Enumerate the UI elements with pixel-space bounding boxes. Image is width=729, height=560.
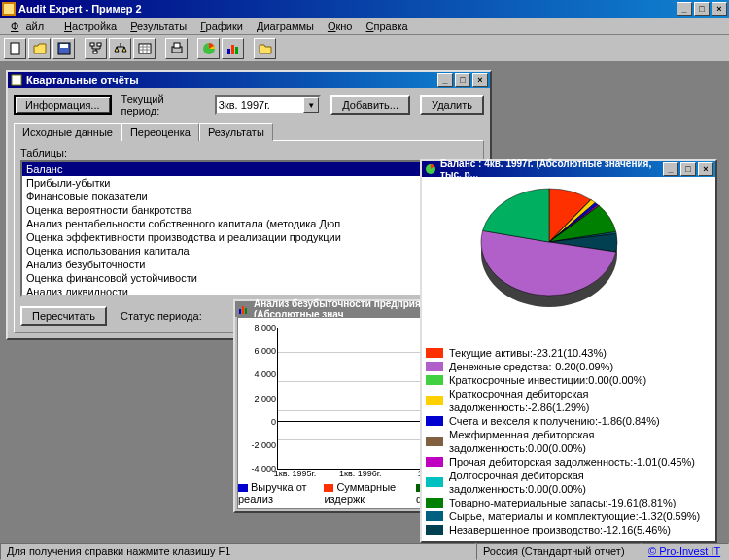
list-item[interactable]: Анализ безубыточности — [22, 258, 425, 271]
status-link[interactable]: © Pro-Invest IT — [648, 545, 720, 557]
legend-item: Незавершенное производство:-12.16(5.46%) — [426, 523, 712, 537]
tool-bar-icon[interactable] — [222, 38, 244, 59]
delete-button[interactable]: Удалить — [420, 95, 484, 115]
menu-results[interactable]: Результаты — [123, 18, 193, 34]
menu-file[interactable]: Файл — [4, 18, 57, 34]
statusbar: Для получения справки нажмите клавишу F1… — [0, 542, 729, 560]
pie-legend: Текущие активы:-23.21(10.43%)Денежные ср… — [422, 342, 715, 541]
legend-item: Прочая дебиторская задолженность:-1.01(0… — [426, 455, 712, 469]
menu-help[interactable]: Справка — [360, 18, 415, 34]
add-button[interactable]: Добавить... — [330, 95, 410, 115]
svg-rect-6 — [97, 43, 101, 46]
legend-item: Счета и векселя к получению:-1.86(0.84%) — [426, 414, 712, 428]
tables-label: Таблицы: — [20, 147, 477, 158]
mdi-area: Квартальные отчёты _ □ × Информация... Т… — [0, 62, 729, 542]
reports-minimize[interactable]: _ — [437, 73, 453, 87]
tool-tree-icon[interactable] — [85, 38, 107, 59]
tool-pie-icon[interactable] — [197, 38, 220, 59]
menu-charts[interactable]: Графики — [193, 18, 250, 34]
tool-folder-icon[interactable] — [254, 38, 276, 59]
list-item[interactable]: Оценка использования капитала — [22, 244, 425, 258]
list-item[interactable]: Анализ рентабельности собственного капит… — [22, 217, 425, 230]
app-titlebar: Audit Expert - Пример 2 _ □ × — [0, 0, 729, 18]
legend-item: Краткосрочная дебиторская задолженность:… — [426, 387, 712, 414]
list-item[interactable]: Баланс — [22, 162, 425, 176]
list-item[interactable]: Оценка вероятности банкротства — [22, 203, 425, 217]
svg-rect-15 — [12, 75, 21, 85]
minimize-button[interactable]: _ — [677, 2, 692, 16]
menu-window[interactable]: Окно — [321, 18, 360, 34]
legend-item: Краткосрочные инвестиции:0.00(0.00%) — [426, 373, 712, 387]
tab-results[interactable]: Результаты — [199, 123, 273, 141]
tool-table-icon[interactable] — [133, 38, 156, 59]
maximize-button[interactable]: □ — [694, 2, 710, 16]
list-item[interactable]: Финансовые показатели — [22, 190, 425, 203]
pie-maximize[interactable]: □ — [680, 162, 696, 176]
tool-print-icon[interactable] — [165, 38, 188, 59]
reports-title: Квартальные отчёты — [26, 74, 435, 86]
svg-rect-13 — [231, 45, 234, 54]
svg-rect-18 — [245, 308, 247, 314]
period-value: 3кв. 1997г. — [219, 99, 270, 111]
app-icon — [2, 2, 16, 16]
legend-item: Текущие активы:-23.21(10.43%) — [426, 346, 712, 360]
reports-maximize[interactable]: □ — [455, 73, 470, 87]
tool-save-icon[interactable] — [52, 38, 75, 59]
svg-rect-10 — [174, 43, 180, 48]
reports-titlebar[interactable]: Квартальные отчёты _ □ × — [8, 72, 490, 88]
svg-rect-1 — [4, 4, 14, 14]
list-item[interactable]: Оценка эффективности производства и реал… — [22, 230, 425, 244]
pie-chart — [422, 177, 715, 342]
chevron-down-icon[interactable]: ▼ — [303, 97, 319, 113]
toolbar — [0, 35, 729, 62]
menu-diagrams[interactable]: Диаграммы — [250, 18, 321, 34]
svg-rect-5 — [90, 43, 94, 46]
pie-close[interactable]: × — [698, 162, 713, 176]
legend-item: Сырье, материалы и комплектующие:-1.32(0… — [426, 509, 712, 523]
close-button[interactable]: × — [712, 2, 727, 16]
legend-item: Межфирменная дебиторская задолженность:0… — [426, 428, 712, 455]
svg-rect-4 — [60, 44, 68, 48]
tab-source-data[interactable]: Исходные данные — [14, 123, 122, 141]
tables-listbox[interactable]: БалансПрибыли-убыткиФинансовые показател… — [20, 160, 427, 297]
svg-rect-2 — [11, 43, 19, 54]
svg-rect-14 — [235, 47, 238, 54]
svg-rect-8 — [139, 44, 151, 53]
app-title: Audit Expert - Пример 2 — [18, 3, 675, 15]
tool-scale-icon[interactable] — [109, 38, 131, 59]
list-item[interactable]: Прибыли-убытки — [22, 176, 425, 190]
legend-item: Долгосрочная дебиторская задолженность:0… — [426, 469, 712, 496]
period-label: Текущий период: — [122, 93, 205, 117]
svg-rect-12 — [227, 49, 230, 54]
status-help: Для получения справки нажмите клавишу F1 — [0, 543, 476, 560]
tab-revaluation[interactable]: Переоценка — [122, 123, 199, 141]
legend-item: Товарно-материальные запасы:-19.61(8.81%… — [426, 496, 712, 509]
svg-rect-7 — [93, 51, 97, 53]
tool-open-icon[interactable] — [28, 38, 51, 59]
info-button[interactable]: Информация... — [14, 95, 112, 115]
tool-new-icon[interactable] — [4, 38, 26, 59]
menu-settings[interactable]: Настройка — [57, 18, 123, 34]
status-period-label: Статус периода: — [121, 310, 202, 322]
svg-rect-16 — [239, 309, 241, 314]
list-item[interactable]: Оценка финансовой устойчивости — [22, 271, 425, 285]
bar-icon — [237, 302, 251, 316]
svg-rect-17 — [242, 306, 244, 314]
period-combo[interactable]: 3кв. 1997г. ▼ — [215, 95, 321, 115]
list-item[interactable]: Анализ ликвидности — [22, 285, 425, 297]
pie-icon — [424, 162, 437, 176]
reports-close[interactable]: × — [472, 73, 488, 87]
document-icon — [10, 73, 23, 87]
status-region: Россия (Стандартный отчет) — [476, 543, 642, 560]
legend-item: Денежные средства:-0.20(0.09%) — [426, 360, 712, 373]
piechart-window: Баланс : 4кв. 1997г. (Абсолютные значени… — [420, 159, 717, 542]
recalc-button[interactable]: Пересчитать — [20, 306, 107, 326]
menubar: Файл Настройка Результаты Графики Диагра… — [0, 18, 729, 35]
